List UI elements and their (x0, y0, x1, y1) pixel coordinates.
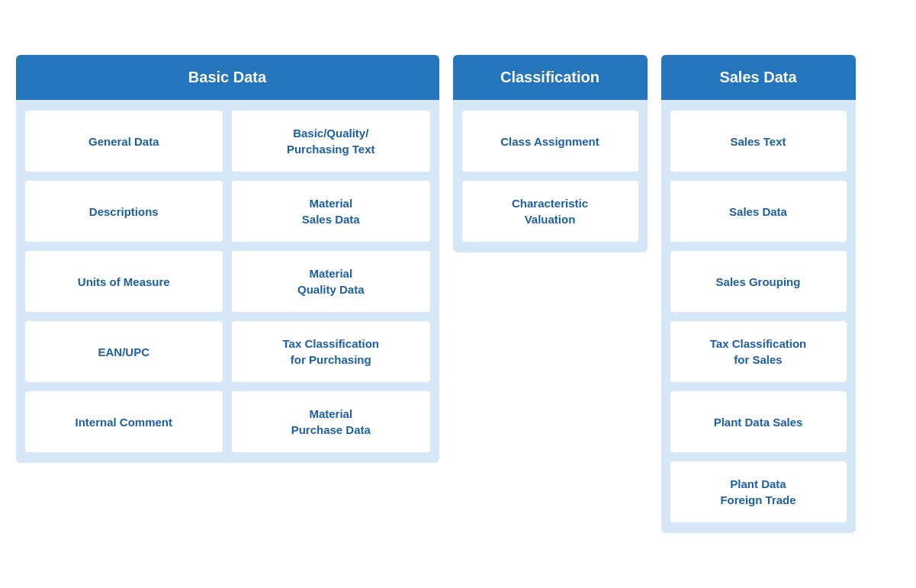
basic-data-grid: General Data Basic/Quality/Purchasing Te… (25, 111, 430, 452)
card-basic-quality-purchasing-text[interactable]: Basic/Quality/Purchasing Text (232, 111, 430, 172)
card-ean-upc[interactable]: EAN/UPC (25, 321, 223, 382)
card-descriptions-label: Descriptions (89, 204, 159, 220)
basic-data-column: Basic Data General Data Basic/Quality/Pu… (16, 55, 439, 463)
classification-column: Classification Class Assignment Characte… (453, 55, 648, 252)
card-tax-classification-sales-label: Tax Classificationfor Sales (710, 336, 806, 368)
card-plant-data-sales[interactable]: Plant Data Sales (670, 391, 847, 452)
card-material-quality-data-label: MaterialQuality Data (297, 265, 365, 297)
card-tax-classification-purchasing[interactable]: Tax Classificationfor Purchasing (232, 321, 430, 382)
sales-data-header: Sales Data (661, 55, 856, 100)
card-general-data-label: General Data (88, 133, 159, 149)
card-tax-classification-sales[interactable]: Tax Classificationfor Sales (670, 321, 847, 382)
card-sales-text-label: Sales Text (730, 133, 786, 149)
card-general-data[interactable]: General Data (25, 111, 223, 172)
classification-body: Class Assignment CharacteristicValuation (453, 100, 648, 252)
card-internal-comment[interactable]: Internal Comment (25, 391, 223, 452)
classification-header: Classification (453, 55, 648, 100)
card-sales-grouping-label: Sales Grouping (716, 274, 801, 290)
card-sales-grouping[interactable]: Sales Grouping (670, 251, 847, 312)
card-class-assignment[interactable]: Class Assignment (462, 111, 638, 172)
card-descriptions[interactable]: Descriptions (25, 181, 223, 242)
card-sales-text[interactable]: Sales Text (670, 111, 847, 172)
card-material-sales-data[interactable]: MaterialSales Data (232, 181, 430, 242)
card-material-sales-data-label: MaterialSales Data (302, 195, 360, 227)
card-basic-quality-purchasing-text-label: Basic/Quality/Purchasing Text (287, 125, 375, 157)
card-plant-data-foreign-trade[interactable]: Plant DataForeign Trade (670, 461, 847, 522)
card-units-of-measure[interactable]: Units of Measure (25, 251, 223, 312)
card-characteristic-valuation-label: CharacteristicValuation (512, 195, 588, 227)
card-class-assignment-label: Class Assignment (500, 133, 599, 149)
card-plant-data-sales-label: Plant Data Sales (714, 414, 803, 430)
card-sales-data-label: Sales Data (729, 204, 787, 220)
basic-data-header: Basic Data (16, 55, 439, 100)
card-material-purchase-data[interactable]: MaterialPurchase Data (232, 391, 430, 452)
card-characteristic-valuation[interactable]: CharacteristicValuation (462, 181, 638, 242)
card-ean-upc-label: EAN/UPC (98, 344, 149, 360)
sales-data-column: Sales Data Sales Text Sales Data Sales G… (661, 55, 856, 533)
card-units-of-measure-label: Units of Measure (78, 274, 170, 290)
sales-data-body: Sales Text Sales Data Sales Grouping Tax… (661, 100, 856, 533)
card-tax-classification-purchasing-label: Tax Classificationfor Purchasing (283, 336, 379, 368)
card-plant-data-foreign-trade-label: Plant DataForeign Trade (720, 476, 795, 508)
card-sales-data[interactable]: Sales Data (670, 181, 847, 242)
card-material-purchase-data-label: MaterialPurchase Data (291, 406, 371, 438)
card-material-quality-data[interactable]: MaterialQuality Data (232, 251, 430, 312)
basic-data-body: General Data Basic/Quality/Purchasing Te… (16, 100, 439, 463)
page-container: Basic Data General Data Basic/Quality/Pu… (16, 55, 901, 533)
card-internal-comment-label: Internal Comment (75, 414, 172, 430)
